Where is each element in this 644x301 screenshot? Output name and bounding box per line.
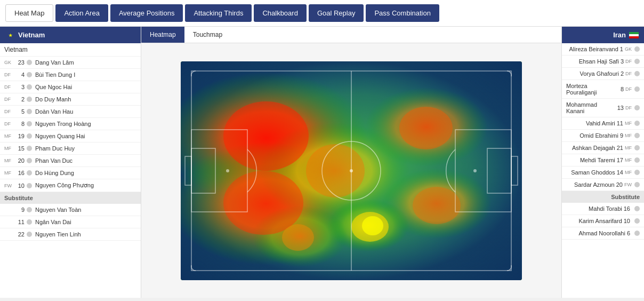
list-item[interactable]: GK 23 Dang Van Lâm bbox=[0, 57, 141, 69]
list-item[interactable]: MF 15 Pham Duc Huy bbox=[0, 142, 141, 155]
position-badge: FW bbox=[4, 183, 15, 188]
list-item[interactable]: Mehdi Taremi 17 MF bbox=[562, 154, 644, 167]
list-item[interactable]: Vorya Ghafouri 2 DF bbox=[562, 68, 644, 80]
list-item[interactable]: Ahmad Noorollahi 6 bbox=[562, 227, 644, 240]
list-item[interactable]: MF 20 Phan Van Duc bbox=[0, 155, 141, 167]
list-item[interactable]: FW 10 Nguyen Công Phương bbox=[0, 179, 141, 192]
list-item[interactable]: MF 19 Nguyen Quang Hai bbox=[0, 130, 141, 142]
position-badge: DF bbox=[4, 109, 15, 114]
list-item[interactable]: MF 16 Do Hùng Dung bbox=[0, 167, 141, 179]
position-badge: MF bbox=[4, 146, 15, 151]
player-name: Ehsan Haji Safi bbox=[579, 58, 619, 65]
center-panel: HeatmapTouchmap bbox=[141, 27, 561, 298]
list-item[interactable]: Vahid Amiri 11 MF bbox=[562, 117, 644, 130]
list-item[interactable]: 22 Nguyen Tien Linh bbox=[0, 228, 141, 241]
player-number: 10 bbox=[15, 183, 25, 189]
list-item[interactable]: Ashkan Dejagah 21 MF bbox=[562, 142, 644, 154]
player-color-dot bbox=[634, 206, 640, 211]
player-color-dot bbox=[27, 158, 32, 163]
nav-tab-action-area[interactable]: Action Area bbox=[55, 4, 108, 22]
list-item[interactable]: DF 8 Nguyen Trong Hoàng bbox=[0, 118, 141, 130]
player-number: 14 bbox=[617, 169, 623, 176]
player-color-dot bbox=[27, 133, 32, 139]
list-item[interactable]: Mahdi Torabi 16 bbox=[562, 203, 644, 215]
vietnam-substitute-header: Substitute bbox=[0, 192, 141, 204]
position-badge: DF bbox=[625, 59, 632, 64]
player-color-dot bbox=[634, 231, 640, 236]
position-badge: DF bbox=[4, 84, 15, 90]
player-name: Nguyen Tien Linh bbox=[35, 231, 81, 237]
nav-tab-average-positions[interactable]: Average Positions bbox=[110, 4, 183, 22]
list-item[interactable]: DF 4 Bùi Tien Dung I bbox=[0, 69, 141, 81]
player-number: 3 bbox=[621, 58, 624, 65]
player-number: 6 bbox=[627, 230, 630, 236]
player-number: 9 bbox=[15, 207, 25, 213]
player-color-dot bbox=[634, 71, 640, 76]
list-item[interactable]: Karim Ansarifard 10 bbox=[562, 215, 644, 227]
vietnam-team-row: Vietnam bbox=[0, 43, 141, 57]
player-color-dot bbox=[634, 121, 640, 126]
list-item[interactable]: Ehsan Haji Safi 3 DF bbox=[562, 56, 644, 68]
nav-tab-heat-map[interactable]: Heat Map bbox=[5, 4, 53, 22]
player-color-dot bbox=[27, 207, 32, 212]
list-item[interactable]: Omid Ebrahimi 9 MF bbox=[562, 130, 644, 142]
right-panel: Iran Alireza Beiranvand 1 GK Ehsan Haji … bbox=[561, 27, 644, 298]
player-name: Vahid Amiri bbox=[586, 120, 615, 126]
list-item[interactable]: Sardar Azmoun 20 FW bbox=[562, 179, 644, 191]
nav-tab-attacking-thirds[interactable]: Attacking Thirds bbox=[185, 4, 252, 22]
position-badge: DF bbox=[625, 86, 632, 92]
player-color-dot bbox=[634, 86, 640, 92]
player-name: Bùi Tien Dung I bbox=[35, 72, 75, 78]
list-item[interactable]: 11 Ngân Van Dai bbox=[0, 216, 141, 228]
player-color-dot bbox=[634, 133, 640, 138]
list-item[interactable]: Morteza Pouraliganji 8 DF bbox=[562, 80, 644, 99]
player-color-dot bbox=[634, 145, 640, 150]
svg-point-20 bbox=[350, 169, 353, 172]
player-name: Ashkan Dejagah bbox=[572, 145, 615, 151]
player-color-dot bbox=[27, 183, 32, 188]
player-number: 20 bbox=[15, 157, 25, 164]
svg-rect-21 bbox=[191, 130, 247, 212]
player-name: Ngân Van Dai bbox=[35, 219, 71, 225]
player-name: Nguyen Công Phương bbox=[35, 182, 94, 189]
player-name: Sardar Azmoun bbox=[574, 181, 615, 188]
player-name: Phan Van Duc bbox=[35, 157, 73, 164]
map-tab-heatmap[interactable]: Heatmap bbox=[141, 27, 184, 43]
list-item[interactable]: 9 Nguyen Van Toàn bbox=[0, 204, 141, 216]
player-number: 9 bbox=[620, 132, 623, 139]
svg-rect-25 bbox=[487, 148, 511, 193]
iran-player-list: Alireza Beiranvand 1 GK Ehsan Haji Safi … bbox=[562, 43, 644, 240]
player-color-dot bbox=[27, 84, 32, 90]
nav-tab-pass-combination[interactable]: Pass Combination bbox=[366, 4, 439, 22]
player-name: Doàn Van Hau bbox=[35, 108, 73, 115]
svg-point-28 bbox=[473, 169, 477, 172]
player-name: Saman Ghoddos bbox=[571, 169, 615, 176]
list-item[interactable]: DF 3 Que Ngoc Hai bbox=[0, 81, 141, 93]
position-badge: DF bbox=[4, 72, 15, 77]
position-badge: DF bbox=[625, 71, 632, 76]
player-color-dot bbox=[634, 157, 640, 163]
position-badge: GK bbox=[4, 60, 15, 65]
player-color-dot bbox=[634, 170, 640, 175]
player-number: 1 bbox=[620, 46, 623, 52]
vietnam-team-header: Vietnam bbox=[0, 27, 141, 43]
list-item[interactable]: Alireza Beiranvand 1 GK bbox=[562, 43, 644, 56]
position-badge: DF bbox=[4, 121, 15, 126]
map-tab-touchmap[interactable]: Touchmap bbox=[184, 27, 231, 43]
list-item[interactable]: Mohammad Kanani 13 DF bbox=[562, 99, 644, 117]
list-item[interactable]: Saman Ghoddos 14 MF bbox=[562, 167, 644, 179]
iran-team-header: Iran bbox=[562, 27, 644, 43]
nav-tab-chalkboard[interactable]: Chalkboard bbox=[254, 4, 307, 22]
player-number: 16 bbox=[15, 170, 25, 176]
player-number: 20 bbox=[616, 181, 623, 188]
list-item[interactable]: DF 2 Do Duy Manh bbox=[0, 93, 141, 106]
position-badge: DF bbox=[4, 97, 15, 102]
player-number: 5 bbox=[15, 108, 25, 115]
svg-rect-22 bbox=[191, 148, 215, 193]
player-color-dot bbox=[27, 121, 32, 126]
player-number: 11 bbox=[15, 219, 25, 225]
nav-tab-goal-replay[interactable]: Goal Replay bbox=[309, 4, 364, 22]
position-badge: FW bbox=[624, 182, 632, 187]
list-item[interactable]: DF 5 Doàn Van Hau bbox=[0, 106, 141, 118]
vietnam-player-list: VietnamGK 23 Dang Van LâmDF 4 Bùi Tien D… bbox=[0, 43, 141, 241]
